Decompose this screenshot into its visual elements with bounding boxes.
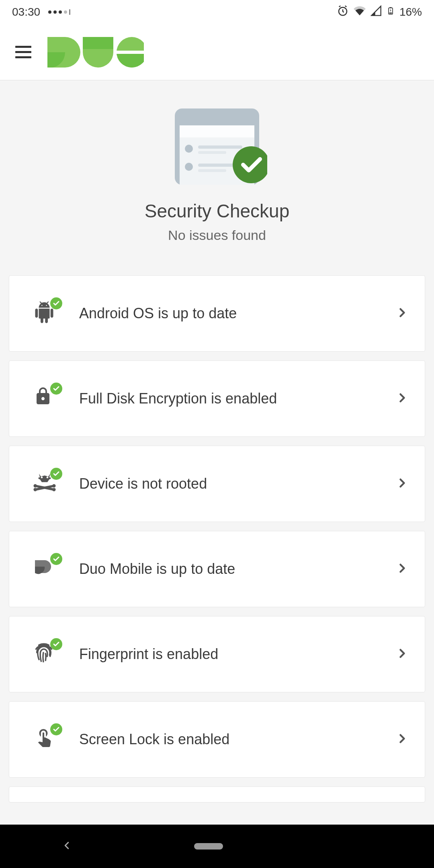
touch-icon [33,742,53,749]
svg-point-13 [185,163,193,171]
check-item-partial[interactable] [9,786,425,802]
check-full-disk-encryption[interactable]: Full Disk Encryption is enabled [9,360,425,437]
check-fingerprint[interactable]: Fingerprint is enabled [9,616,425,692]
check-duo-mobile[interactable]: Duo Mobile is up to date [9,531,425,607]
svg-rect-15 [198,169,226,172]
status-bar: 03:30 16% [0,0,434,24]
svg-point-10 [185,145,193,153]
svg-point-17 [41,477,43,479]
check-label: Duo Mobile is up to date [79,561,395,577]
svg-rect-12 [198,151,226,154]
check-ok-badge [50,383,62,395]
check-label: Screen Lock is enabled [79,731,395,748]
svg-point-18 [47,477,49,479]
status-notification-dots [48,9,70,15]
svg-rect-4 [83,37,113,49]
check-not-rooted[interactable]: Device is not rooted [9,446,425,522]
check-label: Android OS is up to date [79,305,395,322]
signal-icon [371,5,382,19]
check-screen-lock[interactable]: Screen Lock is enabled [9,701,425,778]
page-subtitle: No issues found [0,227,434,243]
lock-icon [33,400,53,407]
android-icon [33,317,55,324]
duo-shape-icon [33,571,53,577]
svg-point-22 [52,488,55,491]
svg-rect-2 [389,7,391,8]
duo-logo [47,37,144,68]
check-ok-badge [50,723,62,735]
hero: Security Checkup No issues found [0,80,434,275]
system-nav-bar [0,825,434,868]
check-ok-badge [50,468,62,480]
chevron-right-icon [395,561,409,577]
home-pill[interactable] [194,843,223,850]
check-ok-badge [50,297,62,309]
alarm-icon [337,5,349,20]
check-ok-badge [50,553,62,565]
check-android-os[interactable]: Android OS is up to date [9,275,425,352]
svg-point-21 [33,488,37,491]
chevron-right-icon [395,305,409,321]
wifi-icon [354,5,366,20]
svg-rect-9 [180,125,254,137]
chevron-right-icon [395,476,409,492]
check-list: Android OS is up to date Full Disk Encry… [0,275,434,802]
svg-point-20 [52,484,55,487]
status-time: 03:30 [12,6,40,18]
check-label: Device is not rooted [79,475,395,492]
battery-icon [387,5,395,20]
back-button[interactable] [61,839,73,853]
app-bar [0,24,434,80]
chevron-right-icon [395,391,409,407]
rooted-icon [33,489,56,495]
chevron-right-icon [395,731,409,747]
page-title: Security Checkup [0,200,434,222]
svg-rect-6 [117,51,144,54]
menu-button[interactable] [15,46,47,58]
svg-rect-3 [389,12,392,13]
svg-rect-11 [198,145,242,149]
svg-point-19 [33,484,37,487]
check-ok-badge [50,638,62,650]
check-label: Full Disk Encryption is enabled [79,390,395,407]
content: Security Checkup No issues found Android… [0,80,434,819]
chevron-right-icon [395,646,409,662]
fingerprint-icon [33,657,54,664]
check-label: Fingerprint is enabled [79,646,395,663]
status-battery-text: 16% [399,6,422,18]
security-checkup-illustration [167,108,267,185]
